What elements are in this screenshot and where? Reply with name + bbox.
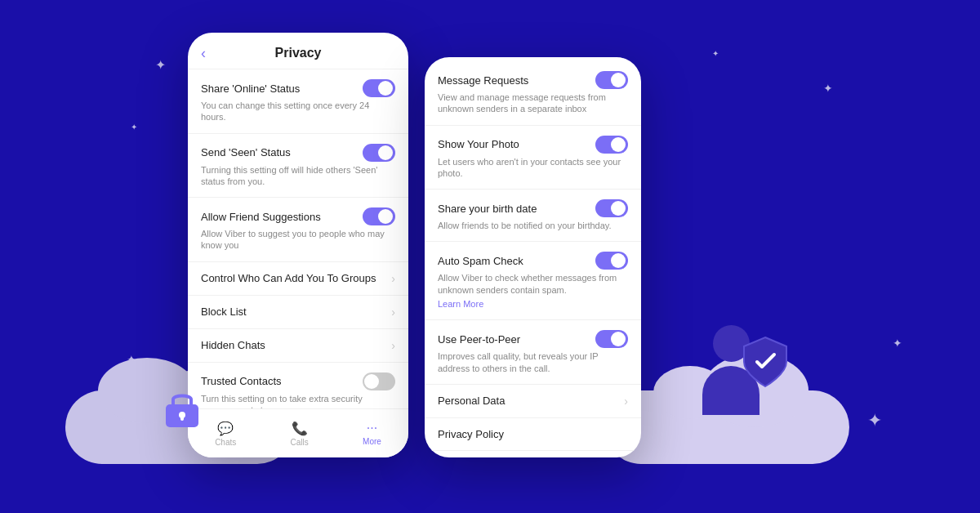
setting-desc: View and manage message requests from un…	[438, 91, 628, 115]
sparkle-5: ✦	[867, 410, 882, 431]
shield-icon	[739, 333, 792, 390]
toggle-seen-status[interactable]	[363, 144, 395, 162]
setting-label: Send 'Seen' Status	[201, 146, 354, 158]
chevron-icon: ›	[391, 306, 395, 319]
learn-more-link[interactable]: Learn More	[438, 298, 628, 310]
toggle-birth-date[interactable]	[595, 199, 628, 217]
setting-row: Trusted Contacts	[201, 372, 395, 390]
setting-label: Block List	[201, 306, 383, 318]
setting-label: Hidden Chats	[201, 339, 383, 351]
setting-spam-check: Auto Spam Check Allow Viber to check whe…	[425, 242, 641, 320]
setting-desc: Allow Viber to check whether messages fr…	[438, 272, 628, 296]
setting-label: Control Who Can Add You To Groups	[201, 272, 383, 284]
nav-label: Chats	[215, 438, 236, 447]
bottom-nav: 💬 Chats 📞 Calls ··· More	[188, 408, 408, 457]
toggle-trusted-contacts[interactable]	[363, 372, 395, 390]
settings-list-left: Share 'Online' Status You can change thi…	[188, 69, 408, 426]
settings-list-right: Message Requests View and manage message…	[425, 57, 641, 451]
setting-desc: You can change this setting once every 2…	[201, 100, 395, 123]
setting-label: Privacy Policy	[438, 428, 628, 440]
sparkle-1: ✦	[155, 57, 166, 73]
setting-label: Personal Data	[438, 395, 616, 407]
setting-label: Allow Friend Suggestions	[201, 211, 354, 223]
toggle-friend-suggestions[interactable]	[363, 207, 395, 225]
setting-desc: Turning this setting off will hide other…	[201, 164, 395, 188]
setting-seen-status: Send 'Seen' Status Turning this setting …	[188, 134, 408, 199]
setting-label: Share your birth date	[438, 203, 587, 215]
sparkle-2: ✦	[131, 123, 137, 132]
lock-icon	[162, 386, 203, 431]
back-arrow-icon[interactable]: ‹	[201, 45, 206, 62]
setting-row: Share 'Online' Status	[201, 79, 395, 97]
setting-personal-data[interactable]: Personal Data ›	[425, 385, 641, 418]
phone-left-title: Privacy	[275, 46, 322, 60]
setting-row: Show Your Photo	[438, 136, 628, 154]
phone-left-header: ‹ Privacy	[188, 33, 408, 69]
setting-block-list[interactable]: Block List ›	[188, 296, 408, 329]
setting-label: Auto Spam Check	[438, 255, 587, 267]
setting-online-status: Share 'Online' Status You can change thi…	[188, 69, 408, 134]
sparkle-6: ✦	[893, 337, 902, 350]
setting-label: Share 'Online' Status	[201, 83, 354, 95]
setting-friend-suggestions: Allow Friend Suggestions Allow Viber to …	[188, 198, 408, 262]
phone-left: ‹ Privacy Share 'Online' Status You can …	[188, 33, 408, 457]
chat-icon: 💬	[217, 421, 234, 436]
setting-row: Share your birth date	[438, 199, 628, 217]
setting-desc: Let users who aren't in your contacts se…	[438, 156, 628, 180]
setting-desc: Allow Viber to suggest you to people who…	[201, 228, 395, 252]
setting-row: Privacy Policy	[438, 428, 628, 440]
setting-hidden-chats[interactable]: Hidden Chats ›	[188, 329, 408, 363]
nav-calls[interactable]: 📞 Calls	[291, 421, 309, 447]
setting-row: Auto Spam Check	[438, 252, 628, 270]
setting-privacy-policy[interactable]: Privacy Policy	[425, 418, 641, 451]
chevron-icon: ›	[391, 339, 395, 352]
call-icon: 📞	[292, 421, 308, 436]
setting-row: Hidden Chats ›	[201, 339, 395, 352]
toggle-peer-to-peer[interactable]	[595, 330, 628, 348]
nav-label: Calls	[291, 438, 309, 447]
setting-label: Message Requests	[438, 74, 587, 87]
setting-row: Use Peer-to-Peer	[438, 330, 628, 348]
setting-label: Show Your Photo	[438, 138, 587, 150]
setting-desc: Improves call quality, but reveals your …	[438, 350, 628, 374]
setting-message-requests: Message Requests View and manage message…	[425, 61, 641, 126]
phones-container: ‹ Privacy Share 'Online' Status You can …	[188, 25, 641, 457]
nav-more[interactable]: ··· More	[363, 421, 381, 446]
setting-row: Message Requests	[438, 71, 628, 89]
chevron-icon: ›	[391, 272, 395, 285]
setting-birth-date: Share your birth date Allow friends to b…	[425, 190, 641, 242]
chevron-icon: ›	[624, 395, 628, 408]
setting-label: Trusted Contacts	[201, 375, 354, 387]
nav-label: More	[363, 437, 381, 446]
svg-rect-2	[180, 415, 184, 421]
setting-add-to-groups[interactable]: Control Who Can Add You To Groups ›	[188, 262, 408, 296]
toggle-online-status[interactable]	[363, 79, 395, 97]
nav-chats[interactable]: 💬 Chats	[215, 421, 236, 447]
more-icon: ···	[367, 421, 377, 435]
setting-row: Block List ›	[201, 306, 395, 319]
toggle-message-requests[interactable]	[595, 71, 628, 89]
setting-desc: Allow friends to be notified on your bir…	[438, 220, 628, 231]
setting-label: Use Peer-to-Peer	[438, 333, 587, 346]
phone-right: Message Requests View and manage message…	[425, 57, 641, 457]
setting-row: Personal Data ›	[438, 395, 628, 408]
setting-peer-to-peer: Use Peer-to-Peer Improves call quality, …	[425, 320, 641, 385]
sparkle-4: ✦	[823, 82, 833, 95]
setting-show-photo: Show Your Photo Let users who aren't in …	[425, 126, 641, 190]
setting-row: Allow Friend Suggestions	[201, 207, 395, 225]
toggle-show-photo[interactable]	[595, 136, 628, 154]
toggle-spam-check[interactable]	[595, 252, 628, 270]
setting-row: Send 'Seen' Status	[201, 144, 395, 162]
setting-row: Control Who Can Add You To Groups ›	[201, 272, 395, 285]
sparkle-7: ✦	[712, 49, 719, 58]
